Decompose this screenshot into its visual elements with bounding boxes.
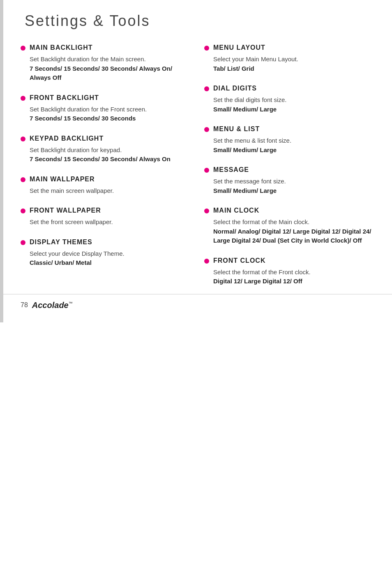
setting-description-display-themes: Select your device Display Theme. xyxy=(30,250,125,257)
setting-item-main-backlight: MAIN BACKLIGHTSet Backlight duration for… xyxy=(21,44,188,83)
setting-body-main-clock: Select the format of the Main clock.Norm… xyxy=(204,218,371,245)
setting-description-menu-layout: Select your Main Menu Layout. xyxy=(213,56,298,63)
setting-body-menu-layout: Select your Main Menu Layout.Tab/ List/ … xyxy=(204,55,371,73)
setting-item-dial-digits: DIAL DIGITSSet the dial digits font size… xyxy=(204,85,371,114)
setting-title-front-wallpaper: FRONT WALLPAPER xyxy=(30,207,101,214)
setting-body-front-backlight: Set Backlight duration for the Front scr… xyxy=(21,105,188,123)
setting-header-front-wallpaper: FRONT WALLPAPER xyxy=(21,207,188,214)
setting-body-dial-digits: Set the dial digits font size.Small/ Med… xyxy=(204,95,371,114)
setting-header-menu-layout: MENU LAYOUT xyxy=(204,44,371,51)
setting-title-main-backlight: MAIN BACKLIGHT xyxy=(30,44,93,51)
setting-description-main-clock: Select the format of the Main clock. xyxy=(213,218,309,225)
setting-body-main-wallpaper: Set the main screen wallpaper. xyxy=(21,186,188,196)
setting-options-main-clock: Normal/ Analog/ Digital 12/ Large Digita… xyxy=(213,228,371,244)
setting-description-message: Set the message font size. xyxy=(213,178,286,185)
setting-item-front-backlight: FRONT BACKLIGHTSet Backlight duration fo… xyxy=(21,94,188,123)
setting-header-main-wallpaper: MAIN WALLPAPER xyxy=(21,176,188,183)
setting-options-front-backlight: 7 Seconds/ 15 Seconds/ 30 Seconds xyxy=(30,115,136,122)
setting-description-front-clock: Select the format of the Front clock. xyxy=(213,269,311,276)
setting-item-menu-layout: MENU LAYOUTSelect your Main Menu Layout.… xyxy=(204,44,371,73)
setting-title-front-clock: FRONT CLOCK xyxy=(213,257,265,264)
setting-body-front-clock: Select the format of the Front clock.Dig… xyxy=(204,268,371,286)
setting-item-front-clock: FRONT CLOCKSelect the format of the Fron… xyxy=(204,257,371,286)
setting-header-front-backlight: FRONT BACKLIGHT xyxy=(21,94,188,102)
setting-options-menu-list: Small/ Medium/ Large xyxy=(213,146,277,153)
page-container: Settings & Tools MAIN BACKLIGHTSet Backl… xyxy=(0,0,392,322)
setting-body-keypad-backlight: Set Backlight duration for keypad.7 Seco… xyxy=(21,146,188,164)
setting-title-main-clock: MAIN CLOCK xyxy=(213,207,259,214)
setting-item-front-wallpaper: FRONT WALLPAPERSet the front screen wall… xyxy=(21,207,188,227)
setting-header-message: MESSAGE xyxy=(204,166,371,174)
setting-description-front-wallpaper: Set the front screen wallpaper. xyxy=(30,218,113,225)
bullet-icon-front-wallpaper xyxy=(21,208,25,213)
setting-header-keypad-backlight: KEYPAD BACKLIGHT xyxy=(21,135,188,142)
bullet-icon-main-backlight xyxy=(21,46,25,51)
setting-description-keypad-backlight: Set Backlight duration for keypad. xyxy=(30,146,122,153)
setting-options-menu-layout: Tab/ List/ Grid xyxy=(213,65,254,72)
setting-header-menu-list: MENU & LIST xyxy=(204,125,371,133)
bullet-icon-keypad-backlight xyxy=(21,137,25,141)
setting-options-main-backlight: 7 Seconds/ 15 Seconds/ 30 Seconds/ Alway… xyxy=(30,65,172,81)
bullet-icon-menu-list xyxy=(204,127,209,132)
bullet-icon-main-clock xyxy=(204,208,209,213)
setting-title-display-themes: DISPLAY THEMES xyxy=(30,239,92,246)
setting-body-display-themes: Select your device Display Theme.Classic… xyxy=(21,249,188,268)
setting-item-main-clock: MAIN CLOCKSelect the format of the Main … xyxy=(204,207,371,245)
setting-item-main-wallpaper: MAIN WALLPAPERSet the main screen wallpa… xyxy=(21,176,188,196)
setting-description-menu-list: Set the menu & list font size. xyxy=(213,137,291,144)
bullet-icon-dial-digits xyxy=(204,86,209,91)
left-border xyxy=(0,0,3,322)
setting-header-dial-digits: DIAL DIGITS xyxy=(204,85,371,92)
page-title: Settings & Tools xyxy=(21,12,371,30)
setting-title-front-backlight: FRONT BACKLIGHT xyxy=(30,94,99,102)
setting-header-main-clock: MAIN CLOCK xyxy=(204,207,371,214)
setting-item-message: MESSAGESet the message font size.Small/ … xyxy=(204,166,371,195)
footer-brand: Accolade™ xyxy=(32,301,73,310)
setting-title-dial-digits: DIAL DIGITS xyxy=(213,85,257,92)
bullet-icon-main-wallpaper xyxy=(21,177,25,182)
setting-item-keypad-backlight: KEYPAD BACKLIGHTSet Backlight duration f… xyxy=(21,135,188,164)
setting-description-dial-digits: Set the dial digits font size. xyxy=(213,96,286,103)
setting-body-front-wallpaper: Set the front screen wallpaper. xyxy=(21,218,188,227)
setting-body-message: Set the message font size.Small/ Medium/… xyxy=(204,177,371,195)
setting-options-front-clock: Digital 12/ Large Digital 12/ Off xyxy=(213,278,302,285)
setting-title-menu-list: MENU & LIST xyxy=(213,125,260,133)
left-column: MAIN BACKLIGHTSet Backlight duration for… xyxy=(21,44,188,298)
setting-item-display-themes: DISPLAY THEMESSelect your device Display… xyxy=(21,239,188,268)
bullet-icon-message xyxy=(204,168,209,173)
footer-page-number: 78 xyxy=(21,301,28,309)
setting-description-front-backlight: Set Backlight duration for the Front scr… xyxy=(30,106,147,113)
setting-title-message: MESSAGE xyxy=(213,166,249,174)
content-columns: MAIN BACKLIGHTSet Backlight duration for… xyxy=(21,44,371,298)
setting-header-display-themes: DISPLAY THEMES xyxy=(21,239,188,246)
setting-title-menu-layout: MENU LAYOUT xyxy=(213,44,265,51)
setting-body-main-backlight: Set Backlight duration for the Main scre… xyxy=(21,55,188,83)
right-column: MENU LAYOUTSelect your Main Menu Layout.… xyxy=(204,44,371,298)
setting-options-message: Small/ Medium/ Large xyxy=(213,187,277,194)
setting-description-main-wallpaper: Set the main screen wallpaper. xyxy=(30,187,114,194)
setting-title-keypad-backlight: KEYPAD BACKLIGHT xyxy=(30,135,104,142)
setting-body-menu-list: Set the menu & list font size.Small/ Med… xyxy=(204,136,371,155)
setting-title-main-wallpaper: MAIN WALLPAPER xyxy=(30,176,95,183)
bullet-icon-front-backlight xyxy=(21,96,25,101)
setting-header-main-backlight: MAIN BACKLIGHT xyxy=(21,44,188,51)
bullet-icon-front-clock xyxy=(204,259,209,264)
setting-options-dial-digits: Small/ Medium/ Large xyxy=(213,106,277,113)
setting-item-menu-list: MENU & LISTSet the menu & list font size… xyxy=(204,125,371,155)
setting-header-front-clock: FRONT CLOCK xyxy=(204,257,371,264)
setting-description-main-backlight: Set Backlight duration for the Main scre… xyxy=(30,56,146,63)
bullet-icon-menu-layout xyxy=(204,46,209,51)
setting-options-display-themes: Classic/ Urban/ Metal xyxy=(30,259,92,266)
footer: 78 Accolade™ xyxy=(0,294,392,310)
bullet-icon-display-themes xyxy=(21,240,25,245)
setting-options-keypad-backlight: 7 Seconds/ 15 Seconds/ 30 Seconds/ Alway… xyxy=(30,155,171,162)
